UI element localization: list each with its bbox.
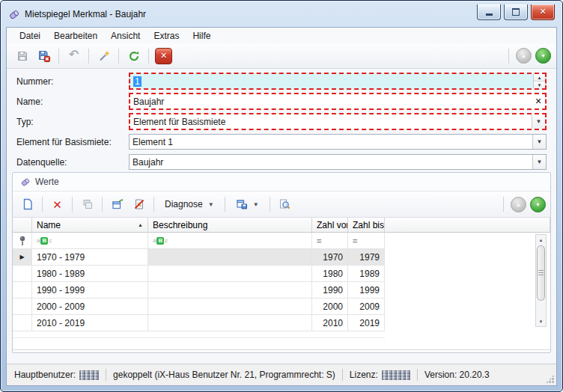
filter-pin-cell[interactable] (13, 233, 32, 248)
cell-zahl-bis[interactable]: 1979 (348, 249, 385, 265)
cell-zahl-bis[interactable]: 2019 (348, 315, 385, 331)
record-down-button[interactable]: ▼ (535, 48, 551, 64)
cell-zahl-von[interactable]: 2010 (312, 315, 348, 331)
column-header-label: Zahl bis (353, 220, 384, 230)
table-row[interactable]: ▶ 1970 - 1979 1970 1979 (13, 249, 385, 266)
cell-zahl-bis[interactable]: 2009 (348, 298, 385, 314)
menu-datei[interactable]: Datei (13, 29, 47, 43)
cell-name[interactable]: 2000 - 2009 (32, 298, 148, 314)
status-hauptbenutzer: Hauptbenutzer: (14, 370, 99, 380)
exit-button[interactable]: ✕ (153, 46, 174, 65)
titlebar[interactable]: Mietspiegel Merkmal - Baujahr ✕ (1, 1, 562, 27)
cell-zahl-von[interactable]: 1980 (312, 266, 348, 281)
cell-beschreibung[interactable] (148, 282, 312, 298)
table-row[interactable]: 1980 - 1989 1980 1989 (13, 266, 385, 282)
nummer-field[interactable]: 1 ▲ ▼ (129, 73, 547, 90)
cell-zahl-von[interactable]: 1990 (312, 282, 348, 298)
scrollbar-track[interactable] (536, 301, 546, 316)
preview-icon (279, 198, 290, 210)
chevron-down-icon[interactable]: ▼ (532, 114, 545, 129)
table-row[interactable]: 2010 - 2019 2010 2019 (13, 315, 385, 331)
undo-icon: ↶ (69, 49, 79, 61)
diagnose-button[interactable]: Diagnose ▼ (159, 195, 220, 213)
element-dropdown[interactable]: Element 1 ▼ (129, 134, 547, 150)
cell-zahl-von[interactable]: 2000 (312, 298, 348, 314)
record-down-icon: ▼ (535, 202, 541, 207)
edit-locked-button[interactable] (129, 195, 149, 214)
clear-button[interactable]: ✕ (532, 94, 545, 108)
name-value: Baujahr (133, 97, 164, 107)
equals-filter-icon: = (353, 236, 357, 245)
status-separator (106, 369, 106, 381)
cell-zahl-von[interactable]: 1970 (312, 249, 348, 265)
table-row[interactable]: 2000 - 2009 2000 2009 (13, 298, 385, 315)
sort-asc-icon: ▲ (138, 222, 143, 227)
menu-ansicht[interactable]: Ansicht (104, 29, 147, 43)
record-up-button[interactable]: ▲ (511, 197, 526, 212)
cell-name[interactable]: 1990 - 1999 (32, 282, 148, 298)
cell-beschreibung[interactable] (148, 298, 312, 314)
chevron-down-icon[interactable]: ▼ (532, 155, 546, 169)
filter-cell-zahl-bis[interactable]: = (348, 233, 385, 248)
vertical-scrollbar[interactable]: ▲ ▼ (535, 234, 547, 327)
wizard-button[interactable] (94, 46, 114, 65)
resize-grip[interactable] (546, 375, 554, 383)
spin-up-icon[interactable]: ▲ (534, 74, 545, 82)
column-header-zahl-von[interactable]: Zahl von (312, 218, 348, 232)
scroll-down-icon[interactable]: ▼ (536, 316, 546, 326)
record-down-button[interactable]: ▼ (530, 197, 546, 212)
cell-beschreibung[interactable] (148, 249, 312, 265)
scrollbar-thumb[interactable] (537, 245, 545, 301)
filter-cell-name[interactable]: aBc (32, 233, 148, 248)
refresh-button[interactable] (124, 46, 144, 65)
table-row[interactable]: 1990 - 1999 1990 1999 (13, 282, 385, 298)
maximize-button[interactable] (504, 4, 528, 20)
app-window: Mietspiegel Merkmal - Baujahr ✕ Datei Be… (0, 0, 563, 392)
form-row-element: Element für Basismiete: Element 1 ▼ (16, 132, 547, 152)
menu-bearbeiten[interactable]: Bearbeiten (47, 29, 104, 43)
column-header-beschreibung[interactable]: Beschreibung (148, 218, 312, 232)
filter-cell-beschreibung[interactable]: aBc (148, 233, 312, 248)
copy-row-button[interactable] (77, 195, 97, 214)
toolbar-separator (72, 197, 73, 212)
typ-dropdown[interactable]: Element für Basismiete ▼ (129, 113, 547, 130)
menu-extras[interactable]: Extras (147, 29, 186, 43)
delete-row-button[interactable]: ✕ (47, 195, 67, 214)
chevron-down-icon[interactable]: ▼ (532, 135, 546, 149)
hauptbenutzer-label: Hauptbenutzer: (14, 370, 76, 380)
column-header-label: Beschreibung (153, 220, 207, 230)
cell-beschreibung[interactable] (148, 266, 312, 281)
cell-name[interactable]: 1970 - 1979 (32, 249, 148, 265)
column-header-zahl-bis[interactable]: Zahl bis (348, 218, 385, 232)
nummer-spinner[interactable]: ▲ ▼ (533, 74, 545, 88)
cell-name[interactable]: 1980 - 1989 (32, 266, 148, 281)
cell-name[interactable]: 2010 - 2019 (32, 315, 148, 331)
column-header-name[interactable]: Name ▲ (32, 218, 148, 232)
menu-hilfe[interactable]: Hilfe (186, 29, 217, 43)
close-button[interactable]: ✕ (531, 4, 555, 20)
layout-save-button[interactable]: ▼ (230, 195, 265, 213)
record-down-icon: ▼ (541, 53, 546, 58)
werte-record-nav: ▲ ▼ (500, 197, 546, 212)
name-field[interactable]: Baujahr ✕ (129, 93, 547, 110)
datenquelle-dropdown[interactable]: Baujahr ▼ (129, 154, 547, 170)
filter-cell-zahl-von[interactable]: = (312, 233, 348, 248)
record-nav: ▲ ▼ (505, 48, 551, 64)
menubar: Datei Bearbeiten Ansicht Extras Hilfe (7, 28, 556, 43)
form-row-nummer: Nummer: 1 ▲ ▼ (16, 71, 547, 91)
minimize-button[interactable] (477, 4, 501, 20)
new-row-button[interactable] (17, 195, 37, 214)
chevron-down-icon: ▼ (253, 201, 259, 208)
spin-down-icon[interactable]: ▼ (534, 82, 545, 88)
cell-zahl-bis[interactable]: 1999 (348, 282, 385, 298)
preview-button[interactable] (275, 195, 295, 214)
open-window-button[interactable] (107, 195, 127, 214)
save-button[interactable] (12, 46, 32, 65)
undo-button[interactable]: ↶ (64, 46, 84, 65)
status-version: Version: 20.20.3 (424, 370, 490, 380)
save-close-button[interactable] (34, 46, 54, 65)
cell-zahl-bis[interactable]: 1989 (348, 266, 385, 281)
scroll-up-icon[interactable]: ▲ (536, 235, 546, 245)
record-up-button[interactable]: ▲ (516, 48, 532, 64)
cell-beschreibung[interactable] (148, 315, 312, 331)
